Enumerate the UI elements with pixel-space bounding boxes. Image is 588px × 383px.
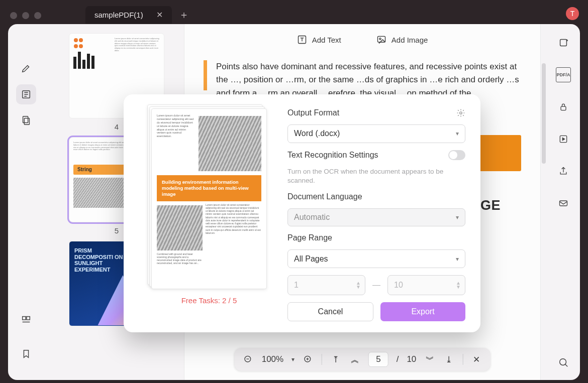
page-current[interactable]: 5 (368, 352, 388, 367)
range-dash: — (372, 281, 380, 290)
stepper-icon[interactable]: ▲▼ (456, 281, 461, 289)
zoom-in-icon[interactable] (303, 354, 314, 365)
traffic-close[interactable] (10, 12, 17, 19)
prev-page-icon[interactable]: ︽ (349, 354, 360, 365)
right-tool-rail: PDF/A (547, 24, 580, 380)
search-icon[interactable] (556, 355, 571, 370)
svg-point-15 (460, 112, 462, 114)
range-to-value: 10 (394, 281, 403, 290)
page-controls: 100% ▾ ⤒ ︽ 5 / 10 ︾ ⤓ ✕ (235, 348, 491, 371)
thumb-blue-title: PRISM DECOMPOSITI ON SUNLIGHT EXPERIMENT (74, 247, 125, 273)
chevron-down-icon: ▾ (456, 214, 459, 221)
traffic-minimize[interactable] (22, 12, 29, 19)
range-from-value: 1 (294, 281, 299, 290)
last-page-icon[interactable]: ⤓ (443, 354, 454, 365)
svg-point-7 (379, 38, 381, 40)
export-label: Export (411, 307, 434, 316)
chevron-down-icon: ▾ (456, 130, 459, 137)
pdfa-icon[interactable]: PDF/A (556, 67, 571, 82)
page-range-select[interactable]: All Pages ▾ (287, 249, 465, 268)
bookmark-icon[interactable] (16, 344, 36, 364)
tab-title: samplePDF(1) (94, 11, 143, 19)
free-tasks-counter: Free Tasks: 2 / 5 (181, 296, 237, 305)
svg-point-14 (560, 359, 566, 365)
edit-text-icon[interactable] (16, 84, 36, 104)
new-tab-button[interactable]: ＋ (179, 8, 189, 22)
svg-rect-4 (27, 317, 30, 320)
add-image-label: Add Image (391, 36, 428, 44)
window-traffic-lights[interactable] (10, 12, 41, 19)
zoom-out-icon[interactable] (243, 354, 254, 365)
mail-icon[interactable] (556, 196, 571, 211)
page-total: 10 (407, 354, 416, 364)
output-format-select[interactable]: Word (.docx) ▾ (287, 124, 465, 143)
stepper-icon[interactable]: ▲▼ (356, 281, 361, 289)
traffic-zoom[interactable] (34, 12, 41, 19)
ocr-toggle[interactable] (448, 150, 465, 160)
zoom-value: 100% (262, 354, 283, 364)
range-to-input[interactable]: 10 ▲▼ (387, 275, 465, 295)
tab-active[interactable]: samplePDF(1) ✕ (85, 6, 172, 24)
scrollbar[interactable] (542, 63, 546, 164)
language-select[interactable]: Automatic ▾ (287, 208, 465, 227)
svg-rect-2 (24, 118, 29, 124)
range-value: All Pages (294, 254, 328, 264)
chevron-down-icon[interactable]: ▾ (291, 356, 295, 363)
output-format-label: Output Format (287, 108, 339, 117)
language-value: Automatic (294, 213, 330, 222)
highlighter-icon[interactable] (16, 58, 36, 78)
export-modal: Lorem ipsum dolor sit amet consectetur a… (124, 94, 480, 332)
gear-icon[interactable] (456, 108, 465, 117)
left-tool-rail (8, 24, 44, 380)
lock-icon[interactable] (556, 99, 571, 114)
svg-rect-13 (560, 201, 567, 206)
range-label: Page Range (287, 233, 332, 242)
output-format-value: Word (.docx) (294, 129, 340, 138)
next-page-icon[interactable]: ︾ (424, 354, 435, 365)
close-pager-icon[interactable]: ✕ (471, 354, 482, 365)
svg-rect-11 (561, 106, 566, 110)
close-icon[interactable]: ✕ (156, 10, 163, 20)
avatar-initial: T (570, 10, 575, 18)
svg-rect-1 (23, 116, 28, 123)
first-page-icon[interactable]: ⤒ (330, 354, 341, 365)
rotate-icon[interactable] (556, 35, 571, 50)
export-button[interactable]: Export (380, 302, 465, 321)
add-text-label: Add Text (312, 36, 341, 44)
lang-label: Document Language (287, 192, 362, 201)
form-icon[interactable] (16, 310, 36, 330)
svg-rect-10 (560, 40, 567, 46)
range-from-input[interactable]: 1 ▲▼ (287, 275, 365, 295)
export-preview: Lorem ipsum dolor sit amet consectetur a… (151, 108, 267, 289)
share-icon[interactable] (556, 164, 571, 179)
play-icon[interactable] (556, 132, 571, 147)
cancel-label: Cancel (318, 307, 343, 316)
preview-title: Building environment information modelin… (157, 175, 261, 201)
cancel-button[interactable]: Cancel (287, 302, 373, 321)
doc-toolbar: Add Text Add Image (184, 24, 540, 55)
chevron-down-icon: ▾ (456, 256, 459, 263)
add-image-button[interactable]: Add Image (376, 35, 428, 45)
ocr-hint: Turn on the OCR when the document appear… (287, 167, 465, 185)
ocr-label: Text Recognition Settings (287, 151, 378, 160)
add-text-button[interactable]: Add Text (297, 35, 341, 45)
avatar[interactable]: T (566, 7, 579, 20)
page-sep: / (397, 354, 399, 364)
organize-pages-icon[interactable] (16, 110, 36, 131)
accent-bar (204, 60, 207, 90)
svg-rect-3 (23, 317, 26, 320)
